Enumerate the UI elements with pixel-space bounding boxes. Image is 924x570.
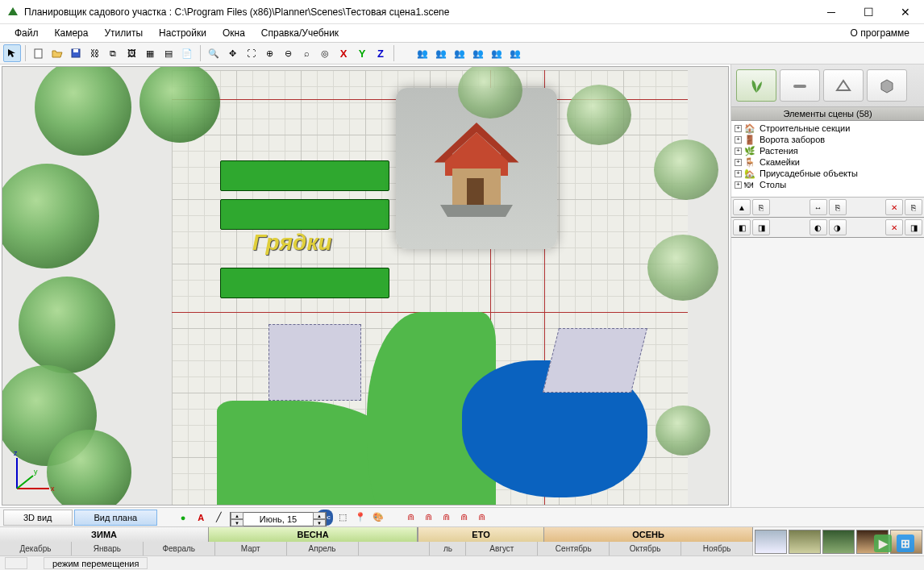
tool-target[interactable]: ◎ bbox=[316, 44, 334, 62]
tool-link[interactable]: ⛓ bbox=[85, 44, 103, 62]
tree-item-building[interactable]: +🏠Строительные секции bbox=[733, 123, 922, 134]
tree-item-yard[interactable]: +🏡Приусадебные объекты bbox=[733, 168, 922, 179]
rp-btn-6[interactable]: ◧ bbox=[733, 219, 751, 235]
thumb-3[interactable] bbox=[822, 530, 855, 554]
tool-people-3[interactable]: 👥 bbox=[451, 44, 468, 62]
month-jan[interactable]: Январь bbox=[72, 542, 144, 556]
bt-magnet-5[interactable]: ⋒ bbox=[473, 510, 489, 526]
bt-text[interactable]: A bbox=[193, 510, 209, 526]
tool-zoom-window[interactable]: ⌕ bbox=[298, 44, 315, 62]
month-feb[interactable]: Февраль bbox=[144, 542, 215, 556]
rp-tab-shapes[interactable] bbox=[823, 69, 864, 102]
month-may[interactable] bbox=[359, 542, 431, 556]
tool-people-4[interactable]: 👥 bbox=[469, 44, 487, 62]
bt-magnet-1[interactable]: ⋒ bbox=[402, 510, 418, 526]
tool-people-5[interactable]: 👥 bbox=[488, 44, 506, 62]
season-spring[interactable]: ВЕСНА bbox=[209, 527, 418, 542]
rp-tab-plants[interactable] bbox=[736, 69, 776, 102]
date-down[interactable]: ▼ bbox=[231, 519, 243, 526]
menu-settings[interactable]: Настройки bbox=[151, 26, 214, 40]
rp-btn-8[interactable]: ◐ bbox=[810, 219, 827, 235]
menu-file[interactable]: Файл bbox=[6, 26, 47, 40]
tool-people-2[interactable]: 👥 bbox=[432, 44, 450, 62]
tab-plan-view[interactable]: Вид плана bbox=[74, 510, 158, 526]
scene-tree[interactable]: +🏠Строительные секции +🚪Ворота заборов +… bbox=[731, 121, 924, 198]
tool-zoom-extent[interactable]: ⛶ bbox=[242, 44, 260, 62]
season-autumn[interactable]: ОСЕНЬ bbox=[544, 527, 753, 542]
tool-save[interactable] bbox=[67, 44, 85, 62]
thumb-1[interactable] bbox=[755, 530, 787, 554]
maximize-button[interactable]: ☐ bbox=[850, 0, 887, 23]
season-winter[interactable]: ЗИМА bbox=[0, 527, 209, 542]
timeline[interactable]: ЗИМА ВЕСНА ЕТО ОСЕНЬ Декабрь Январь Февр… bbox=[0, 527, 753, 555]
month-sep[interactable]: Сентябрь bbox=[538, 542, 610, 556]
tool-open[interactable] bbox=[48, 44, 66, 62]
minimize-button[interactable]: ─ bbox=[813, 0, 850, 23]
tool-search[interactable]: 🔍 bbox=[205, 44, 223, 62]
tab-3d-view[interactable]: 3D вид bbox=[3, 510, 73, 526]
month-mar[interactable]: Март bbox=[215, 542, 287, 556]
menu-help[interactable]: Справка/Учебник bbox=[253, 26, 347, 40]
axis-y-button[interactable]: Y bbox=[353, 44, 371, 62]
bt-select[interactable]: ⬚ bbox=[335, 510, 351, 526]
tool-image[interactable]: 🖼 bbox=[123, 44, 140, 62]
tool-table[interactable]: ▤ bbox=[160, 44, 177, 62]
rp-btn-del[interactable]: ✕ bbox=[885, 199, 903, 215]
axis-x-button[interactable]: X bbox=[335, 44, 352, 62]
rp-btn-2[interactable]: ⎘ bbox=[752, 199, 770, 215]
bt-palette[interactable]: 🎨 bbox=[370, 510, 386, 526]
thumb-2[interactable] bbox=[789, 530, 821, 554]
tree-item-benches[interactable]: +🪑Скамейки bbox=[733, 156, 922, 168]
axis-gizmo: x z y bbox=[9, 448, 57, 497]
bt-magnet-3[interactable]: ⋒ bbox=[438, 510, 454, 526]
axis-z-button[interactable]: Z bbox=[372, 44, 389, 62]
menu-camera[interactable]: Камера bbox=[47, 26, 97, 40]
svg-rect-3 bbox=[73, 49, 78, 52]
rp-btn-3[interactable]: ↔ bbox=[810, 199, 827, 215]
tool-copy[interactable]: ⧉ bbox=[104, 44, 122, 62]
menu-about[interactable]: О программе bbox=[843, 26, 918, 40]
tool-move[interactable]: ✥ bbox=[223, 44, 241, 62]
bt-lightbulb[interactable]: ● bbox=[175, 510, 191, 526]
tool-doc[interactable]: 📄 bbox=[178, 44, 196, 62]
bt-pin[interactable]: 📍 bbox=[352, 510, 368, 526]
date-up2[interactable]: ▲ bbox=[313, 512, 326, 519]
rp-btn-9[interactable]: ◑ bbox=[829, 219, 847, 235]
month-apr[interactable]: Апрель bbox=[287, 542, 359, 556]
date-selector[interactable]: ▲▼ Июнь, 15 ▲▼ bbox=[230, 512, 327, 526]
tree-item-gates[interactable]: +🚪Ворота заборов bbox=[733, 134, 922, 145]
date-up[interactable]: ▲ bbox=[231, 512, 243, 519]
month-dec[interactable]: Декабрь bbox=[0, 542, 72, 556]
bt-line[interactable]: ╱ bbox=[210, 510, 227, 526]
month-aug[interactable]: Август bbox=[466, 542, 538, 556]
bt-magnet-4[interactable]: ⋒ bbox=[456, 510, 472, 526]
menu-windows[interactable]: Окна bbox=[214, 26, 253, 40]
month-nov[interactable]: Ноябрь bbox=[681, 542, 753, 556]
rp-btn-1[interactable]: ▲ bbox=[733, 199, 751, 215]
rp-tab-tools[interactable] bbox=[780, 69, 820, 102]
date-down2[interactable]: ▼ bbox=[313, 519, 326, 526]
tool-zoom-out[interactable]: ⊖ bbox=[279, 44, 297, 62]
tool-grid[interactable]: ▦ bbox=[141, 44, 159, 62]
tool-select[interactable] bbox=[3, 44, 21, 62]
rp-tab-box[interactable] bbox=[867, 69, 907, 102]
canvas-area[interactable]: Грядки bbox=[0, 64, 730, 507]
tree-item-tables[interactable]: +🍽Столы bbox=[733, 179, 922, 190]
month-jul[interactable]: ль bbox=[430, 542, 466, 556]
month-oct[interactable]: Октябрь bbox=[610, 542, 681, 556]
rp-btn-5[interactable]: ⎘ bbox=[905, 199, 922, 215]
tool-people-6[interactable]: 👥 bbox=[506, 44, 524, 62]
tool-people-1[interactable]: 👥 bbox=[414, 44, 431, 62]
season-summer[interactable]: ЕТО bbox=[418, 527, 544, 542]
menu-utilities[interactable]: Утилиты bbox=[96, 26, 151, 40]
tree-item-plants[interactable]: +🌿Растения bbox=[733, 145, 922, 156]
tool-zoom-in[interactable]: ⊕ bbox=[260, 44, 278, 62]
rp-btn-10[interactable]: ◨ bbox=[905, 219, 922, 235]
svg-marker-8 bbox=[440, 205, 513, 217]
rp-btn-del2[interactable]: ✕ bbox=[885, 219, 903, 235]
bt-magnet-2[interactable]: ⋒ bbox=[420, 510, 436, 526]
tool-new[interactable] bbox=[30, 44, 48, 62]
rp-btn-4[interactable]: ⎘ bbox=[829, 199, 847, 215]
rp-btn-7[interactable]: ◨ bbox=[752, 219, 770, 235]
close-button[interactable]: ✕ bbox=[887, 0, 924, 23]
